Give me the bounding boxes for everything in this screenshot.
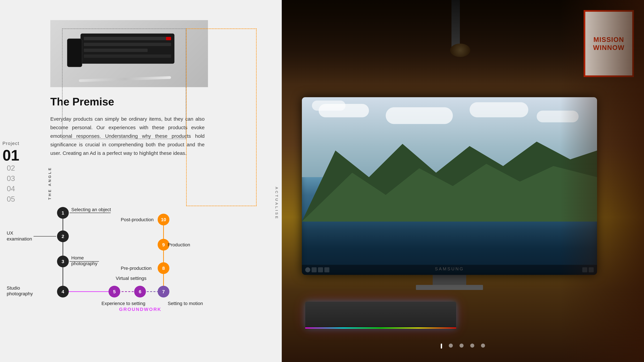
hanging-lamp [452, 0, 460, 47]
svg-text:1: 1 [62, 210, 64, 216]
svg-text:10: 10 [161, 217, 166, 222]
project-number-3: 03 [7, 173, 15, 184]
premise-body: Everyday products can simply be ordinary… [50, 115, 204, 157]
svg-text:Virtual settings: Virtual settings [116, 276, 146, 281]
cloud-3 [386, 107, 453, 124]
left-panel: Project 01 02 03 04 05 [0, 0, 282, 362]
cloud-2 [312, 100, 346, 111]
flow-diagram: 1 Selecting an object 2 UX examination 3… [44, 206, 275, 324]
svg-text:3: 3 [62, 259, 64, 264]
monitor-taskbar [302, 265, 597, 275]
right-panel: SAMSUNG [282, 0, 644, 362]
svg-text:Setting to motion: Setting to motion [168, 301, 203, 306]
svg-point-45 [464, 208, 492, 222]
angle-label: THE ANGLE [48, 167, 52, 200]
lamp-shade [450, 43, 470, 57]
svg-text:Production: Production [168, 242, 190, 247]
keyboard-keys [305, 302, 456, 307]
svg-text:Experience to setting: Experience to setting [102, 301, 146, 306]
svg-text:UX: UX [7, 230, 13, 236]
side-panel-right [560, 0, 644, 362]
monitor-screen: SAMSUNG [302, 97, 597, 275]
physical-keyboard [305, 302, 456, 329]
monitor-stand-neck [433, 275, 466, 285]
svg-text:4: 4 [62, 289, 64, 294]
svg-text:6: 6 [139, 289, 142, 294]
nav-dot-3[interactable] [460, 344, 464, 348]
svg-text:examination: examination [7, 236, 32, 242]
taskbar-icon-1 [312, 267, 317, 272]
premise-title: The Premise [50, 95, 268, 108]
project-label: Project [2, 141, 19, 146]
svg-text:2: 2 [62, 234, 64, 239]
taskbar-icon-2 [318, 267, 323, 272]
monitor: SAMSUNG [298, 97, 600, 298]
monitor-stand-base [416, 285, 483, 290]
svg-text:Pre-production: Pre-production [121, 266, 152, 271]
room-photo: SAMSUNG [282, 0, 644, 362]
svg-text:photography: photography [7, 291, 33, 296]
svg-text:Studio: Studio [7, 285, 20, 291]
svg-text:photography: photography [71, 261, 98, 266]
svg-text:Post-production: Post-production [121, 217, 154, 222]
rgb-strip [305, 328, 456, 329]
svg-text:Selecting an object: Selecting an object [71, 207, 111, 212]
taskbar-icon-3 [324, 267, 330, 272]
nav-dot-2[interactable] [449, 344, 453, 348]
project-number-5: 05 [7, 194, 15, 204]
svg-text:5: 5 [113, 289, 116, 294]
nav-dot-1[interactable] [441, 344, 442, 349]
project-number-2: 02 [7, 163, 15, 173]
project-number-active: 01 [2, 148, 19, 163]
svg-text:9: 9 [162, 242, 165, 247]
nav-dot-5[interactable] [481, 344, 485, 348]
taskbar-dot-1 [305, 267, 310, 272]
mountain-svg [302, 133, 597, 222]
project-number-4: 04 [7, 184, 15, 194]
cloud-4 [470, 102, 528, 117]
nav-dots [441, 344, 485, 349]
nav-dot-4[interactable] [470, 344, 474, 348]
text-section: The Premise Everyday products can simply… [50, 95, 268, 157]
svg-text:Home: Home [71, 255, 84, 260]
sidebar: Project 01 02 03 04 05 [0, 0, 22, 362]
main-content: The Premise Everyday products can simply… [22, 0, 282, 362]
svg-text:7: 7 [162, 289, 165, 294]
hero-image [50, 20, 208, 87]
svg-text:8: 8 [162, 266, 165, 271]
